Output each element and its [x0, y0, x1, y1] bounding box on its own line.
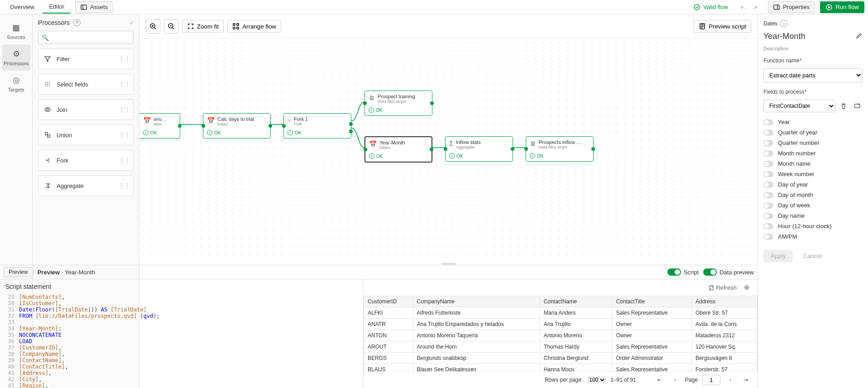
tab-editor[interactable]: Editor	[43, 0, 71, 14]
column-header[interactable]: CustomerID	[364, 296, 413, 307]
node-menu-button[interactable]: ⋮	[423, 94, 428, 100]
table-row[interactable]: ANTONAntonio Moreno TaqueríaAntonio More…	[364, 330, 758, 341]
option-year[interactable]: Year	[763, 117, 863, 127]
node-menu-button[interactable]: ⋮	[504, 139, 509, 145]
processor-union[interactable]: Union⋮⋮	[38, 125, 134, 145]
preview-script-button[interactable]: Preview script	[694, 20, 751, 33]
script-toggle[interactable]: Script	[667, 268, 699, 276]
column-header[interactable]: Address	[692, 296, 758, 307]
node-menu-button[interactable]: ⋮	[171, 116, 176, 122]
option-am-pm[interactable]: AM/PM	[763, 231, 863, 242]
node-fork1[interactable]: ⑂Fork 1Fork⋮✓OK	[283, 113, 351, 139]
first-page-button[interactable]: ⇤	[654, 374, 665, 385]
processor-join[interactable]: Join⋮⋮	[38, 99, 134, 120]
output-port[interactable]	[269, 124, 272, 128]
node-menu-button[interactable]: ⋮	[585, 139, 590, 145]
toggle-switch[interactable]	[763, 234, 773, 240]
table-row[interactable]: ANATRAna Trujillo Emparedados y heladosA…	[364, 319, 758, 330]
output-port[interactable]	[591, 147, 595, 151]
table-row[interactable]: BERGSBerglunds snabbköpChristina Berglun…	[364, 353, 758, 364]
zoom-fit-button[interactable]: Zoom fit	[182, 20, 224, 33]
table-settings-button[interactable]	[741, 282, 752, 293]
toggle-switch[interactable]	[763, 171, 773, 177]
flow-canvas[interactable]: 📅onvert to datesates⋮✓OK📅Calc days to tr…	[139, 38, 758, 262]
cancel-button[interactable]: Cancel	[797, 250, 827, 262]
zoom-in-button[interactable]	[146, 19, 160, 34]
properties-button[interactable]: Properties	[768, 1, 815, 13]
node-menu-button[interactable]: ⋮	[342, 116, 347, 122]
output-port[interactable]	[178, 124, 182, 128]
toggle-switch[interactable]	[763, 202, 773, 209]
add-field-button[interactable]	[852, 101, 863, 111]
toggle-switch[interactable]	[763, 119, 773, 125]
option-month-number[interactable]: Month number	[763, 148, 863, 158]
delete-field-button[interactable]	[838, 101, 849, 111]
apply-button[interactable]: Apply	[763, 250, 793, 262]
input-port[interactable]	[201, 124, 205, 128]
rail-sources[interactable]: ▦ Sources	[2, 18, 30, 44]
preview-chip[interactable]: Preview	[4, 267, 33, 277]
help-icon[interactable]: ?	[73, 19, 81, 26]
code-editor[interactable]: 29 [NumContacts],30 [IsCustomer],31 Date…	[0, 294, 363, 388]
output-port[interactable]	[430, 148, 433, 151]
processor-aggregate[interactable]: Aggregate⋮⋮	[38, 175, 134, 196]
data-preview-toggle[interactable]: Data preview	[703, 268, 754, 276]
last-page-button[interactable]: ⇥	[740, 374, 751, 385]
refresh-button[interactable]: Refresh	[708, 284, 737, 291]
option-week-number[interactable]: Week number	[763, 169, 863, 179]
rows-per-page-select[interactable]: 100	[587, 376, 606, 383]
option-quarter-number[interactable]: Quarter number	[763, 138, 863, 148]
node-inflow[interactable]: ΣInflow statsAggregate⋮✓OK	[445, 136, 513, 162]
tab-overview[interactable]: Overview	[4, 1, 41, 13]
toggle-switch[interactable]	[763, 213, 773, 219]
column-header[interactable]: ContactTitle	[612, 296, 692, 307]
output-port[interactable]	[430, 101, 434, 105]
option-quarter-of-year[interactable]: Quarter of year	[763, 127, 863, 138]
node-menu-button[interactable]: ⋮	[262, 116, 267, 122]
input-port[interactable]	[363, 101, 367, 105]
help-icon[interactable]: i	[780, 20, 787, 27]
option-month-name[interactable]: Month name	[763, 158, 863, 169]
option-day-of-year[interactable]: Day of year	[763, 179, 863, 190]
option-day-of-week[interactable]: Day of week	[763, 200, 863, 211]
node-convert[interactable]: 📅onvert to datesates⋮✓OK	[139, 113, 180, 139]
collapse-icon[interactable]: ⤢	[129, 20, 134, 26]
table-row[interactable]: AROUTAround the HornThomas HardySales Re…	[364, 341, 758, 353]
node-calc[interactable]: 📅Calc days to trialDates⋮✓OK	[203, 113, 271, 139]
toggle-switch[interactable]	[763, 182, 773, 188]
arrange-flow-button[interactable]: Arrange flow	[227, 20, 281, 33]
toggle-switch[interactable]	[763, 223, 773, 230]
node-menu-button[interactable]: ⋮	[423, 140, 428, 146]
zoom-out-button[interactable]	[164, 19, 178, 34]
table-row[interactable]: BLAUSBlauer See DelikatessenHanna MoosSa…	[364, 364, 758, 372]
prev-page-button[interactable]: ‹	[670, 374, 681, 385]
column-header[interactable]: CompanyName	[413, 296, 540, 307]
column-header[interactable]: ContactName	[540, 296, 612, 307]
undo-button[interactable]	[735, 1, 748, 14]
next-page-button[interactable]: ›	[725, 374, 736, 385]
processor-search-input[interactable]	[38, 31, 134, 44]
field-select[interactable]: FirstContactDate	[763, 100, 835, 112]
table-row[interactable]: ALFKIAlfreds FutterkisteMaria AndersSale…	[364, 307, 758, 319]
node-yearmonth[interactable]: 📅Year-MonthDates⋮✓OK	[364, 136, 432, 163]
page-input[interactable]	[702, 375, 720, 385]
input-port[interactable]	[524, 147, 528, 151]
processor-select[interactable]: Select fields⋮⋮	[38, 74, 134, 95]
function-name-select[interactable]: Extract date parts	[763, 68, 863, 82]
input-port[interactable]	[282, 124, 286, 128]
option-day-name[interactable]: Day name	[763, 211, 863, 221]
toggle-switch[interactable]	[763, 150, 773, 157]
run-flow-button[interactable]: Run flow	[820, 1, 864, 13]
toggle-switch[interactable]	[763, 161, 773, 167]
input-port[interactable]	[364, 148, 367, 151]
rail-processors[interactable]: ⚙ Processors	[2, 44, 30, 71]
edit-title-button[interactable]	[855, 32, 863, 41]
assets-button[interactable]: Assets	[75, 1, 113, 13]
toggle-switch[interactable]	[763, 129, 773, 136]
option-day-of-month[interactable]: Day of month	[763, 190, 863, 200]
node-prospect[interactable]: 🗎Prospect trainingData files target⋮✓OK	[364, 91, 432, 116]
node-prospects_stat[interactable]: 🗎Prospects inflow statData files target⋮…	[526, 136, 594, 162]
processor-filter[interactable]: Filter⋮⋮	[38, 48, 134, 69]
toggle-switch[interactable]	[763, 192, 773, 198]
redo-button[interactable]	[750, 1, 762, 14]
